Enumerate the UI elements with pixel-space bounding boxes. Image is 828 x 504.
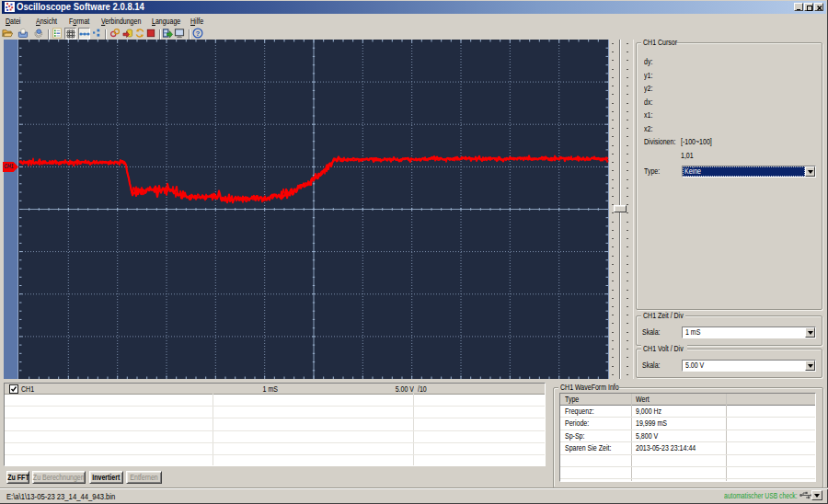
svg-text:?: ? (196, 29, 201, 38)
